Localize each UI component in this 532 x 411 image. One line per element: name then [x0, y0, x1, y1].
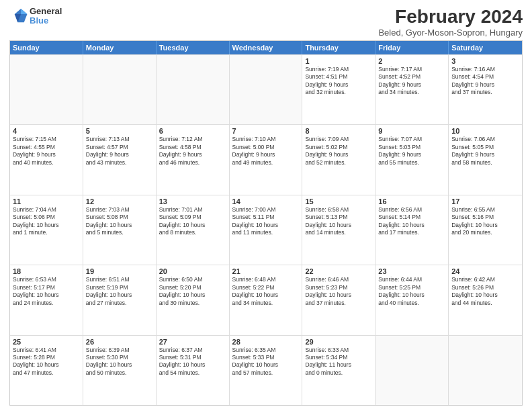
day-number: 24 [451, 267, 519, 275]
day-number: 21 [232, 267, 300, 275]
day-number: 18 [13, 267, 80, 275]
page: General Blue February 2024 Beled, Gyor-M… [0, 0, 532, 411]
logo-line2: Blue [30, 16, 62, 26]
cell-info: Sunrise: 6:41 AM Sunset: 5:28 PM Dayligh… [13, 347, 80, 377]
day-number: 22 [305, 267, 372, 275]
cell-info: Sunrise: 6:50 AM Sunset: 5:20 PM Dayligh… [159, 276, 226, 307]
cell-info: Sunrise: 7:10 AM Sunset: 5:00 PM Dayligh… [232, 136, 300, 167]
calendar-cell: 12Sunrise: 7:03 AM Sunset: 5:08 PM Dayli… [83, 195, 157, 265]
calendar-cell [375, 336, 449, 405]
day-number: 1 [305, 57, 372, 65]
day-number: 4 [13, 127, 80, 135]
cell-info: Sunrise: 7:07 AM Sunset: 5:03 PM Dayligh… [378, 136, 445, 167]
day-of-week-header: Sunday [10, 41, 83, 54]
calendar-cell: 19Sunrise: 6:51 AM Sunset: 5:19 PM Dayli… [83, 265, 157, 334]
calendar-row: 11Sunrise: 7:04 AM Sunset: 5:06 PM Dayli… [10, 195, 522, 265]
calendar-row: 1Sunrise: 7:19 AM Sunset: 4:51 PM Daylig… [10, 54, 522, 124]
day-number: 17 [451, 197, 519, 205]
calendar-cell: 24Sunrise: 6:42 AM Sunset: 5:26 PM Dayli… [449, 265, 522, 334]
calendar-cell: 27Sunrise: 6:37 AM Sunset: 5:31 PM Dayli… [157, 336, 230, 405]
header: General Blue February 2024 Beled, Gyor-M… [9, 7, 523, 38]
day-of-week-header: Saturday [449, 41, 522, 54]
day-number: 28 [232, 338, 300, 346]
cell-info: Sunrise: 6:42 AM Sunset: 5:26 PM Dayligh… [451, 276, 519, 307]
cell-info: Sunrise: 7:12 AM Sunset: 4:58 PM Dayligh… [159, 136, 226, 167]
day-number: 9 [378, 127, 445, 135]
day-number: 26 [86, 338, 153, 346]
calendar-cell: 13Sunrise: 7:01 AM Sunset: 5:09 PM Dayli… [157, 195, 230, 265]
cell-info: Sunrise: 6:46 AM Sunset: 5:23 PM Dayligh… [305, 276, 372, 307]
cell-info: Sunrise: 6:56 AM Sunset: 5:14 PM Dayligh… [378, 206, 445, 237]
cell-info: Sunrise: 6:35 AM Sunset: 5:33 PM Dayligh… [232, 347, 300, 377]
calendar-body: 1Sunrise: 7:19 AM Sunset: 4:51 PM Daylig… [10, 54, 522, 405]
day-number: 8 [305, 127, 372, 135]
day-number: 13 [159, 197, 226, 205]
calendar-cell: 22Sunrise: 6:46 AM Sunset: 5:23 PM Dayli… [302, 265, 375, 334]
calendar-cell: 23Sunrise: 6:44 AM Sunset: 5:25 PM Dayli… [375, 265, 449, 334]
calendar-cell: 6Sunrise: 7:12 AM Sunset: 4:58 PM Daylig… [157, 125, 230, 194]
logo-line1: General [30, 7, 62, 16]
calendar-cell [10, 55, 83, 124]
calendar-cell: 18Sunrise: 6:53 AM Sunset: 5:17 PM Dayli… [10, 265, 83, 334]
cell-info: Sunrise: 6:51 AM Sunset: 5:19 PM Dayligh… [86, 276, 153, 307]
calendar-cell [449, 336, 522, 405]
calendar-cell [230, 55, 303, 124]
calendar-cell: 21Sunrise: 6:48 AM Sunset: 5:22 PM Dayli… [230, 265, 303, 334]
cell-info: Sunrise: 6:48 AM Sunset: 5:22 PM Dayligh… [232, 276, 300, 307]
calendar-cell: 25Sunrise: 6:41 AM Sunset: 5:28 PM Dayli… [10, 336, 83, 405]
subtitle: Beled, Gyor-Moson-Sopron, Hungary [378, 28, 523, 38]
cell-info: Sunrise: 7:03 AM Sunset: 5:08 PM Dayligh… [86, 206, 153, 237]
day-number: 6 [159, 127, 226, 135]
calendar-cell: 8Sunrise: 7:09 AM Sunset: 5:02 PM Daylig… [302, 125, 375, 194]
day-number: 29 [305, 338, 372, 346]
day-number: 5 [86, 127, 153, 135]
cell-info: Sunrise: 6:53 AM Sunset: 5:17 PM Dayligh… [13, 276, 80, 307]
calendar-cell: 15Sunrise: 6:58 AM Sunset: 5:13 PM Dayli… [302, 195, 375, 265]
calendar-header: SundayMondayTuesdayWednesdayThursdayFrid… [10, 41, 522, 54]
calendar-row: 25Sunrise: 6:41 AM Sunset: 5:28 PM Dayli… [10, 335, 522, 405]
cell-info: Sunrise: 6:44 AM Sunset: 5:25 PM Dayligh… [378, 276, 445, 307]
cell-info: Sunrise: 7:19 AM Sunset: 4:51 PM Dayligh… [305, 66, 372, 97]
title-section: February 2024 Beled, Gyor-Moson-Sopron, … [378, 7, 523, 38]
calendar-cell: 17Sunrise: 6:55 AM Sunset: 5:16 PM Dayli… [449, 195, 522, 265]
cell-info: Sunrise: 6:33 AM Sunset: 5:34 PM Dayligh… [305, 347, 372, 377]
cell-info: Sunrise: 7:04 AM Sunset: 5:06 PM Dayligh… [13, 206, 80, 237]
calendar-cell: 10Sunrise: 7:06 AM Sunset: 5:05 PM Dayli… [449, 125, 522, 194]
cell-info: Sunrise: 7:01 AM Sunset: 5:09 PM Dayligh… [159, 206, 226, 237]
calendar-cell: 1Sunrise: 7:19 AM Sunset: 4:51 PM Daylig… [302, 55, 375, 124]
cell-info: Sunrise: 7:16 AM Sunset: 4:54 PM Dayligh… [451, 66, 519, 97]
cell-info: Sunrise: 7:09 AM Sunset: 5:02 PM Dayligh… [305, 136, 372, 167]
day-number: 25 [13, 338, 80, 346]
day-number: 14 [232, 197, 300, 205]
cell-info: Sunrise: 6:37 AM Sunset: 5:31 PM Dayligh… [159, 347, 226, 377]
day-number: 23 [378, 267, 445, 275]
calendar-cell: 11Sunrise: 7:04 AM Sunset: 5:06 PM Dayli… [10, 195, 83, 265]
cell-info: Sunrise: 6:55 AM Sunset: 5:16 PM Dayligh… [451, 206, 519, 237]
calendar-cell: 16Sunrise: 6:56 AM Sunset: 5:14 PM Dayli… [375, 195, 449, 265]
calendar-cell [157, 55, 230, 124]
calendar-row: 18Sunrise: 6:53 AM Sunset: 5:17 PM Dayli… [10, 265, 522, 334]
logo-text: General Blue [30, 7, 62, 26]
calendar: SundayMondayTuesdayWednesdayThursdayFrid… [9, 40, 523, 406]
calendar-cell: 20Sunrise: 6:50 AM Sunset: 5:20 PM Dayli… [157, 265, 230, 334]
day-number: 2 [378, 57, 445, 65]
day-number: 19 [86, 267, 153, 275]
day-number: 15 [305, 197, 372, 205]
cell-info: Sunrise: 6:58 AM Sunset: 5:13 PM Dayligh… [305, 206, 372, 237]
cell-info: Sunrise: 7:06 AM Sunset: 5:05 PM Dayligh… [451, 136, 519, 167]
day-number: 3 [451, 57, 519, 65]
calendar-row: 4Sunrise: 7:15 AM Sunset: 4:55 PM Daylig… [10, 124, 522, 194]
cell-info: Sunrise: 7:17 AM Sunset: 4:52 PM Dayligh… [378, 66, 445, 97]
calendar-cell: 9Sunrise: 7:07 AM Sunset: 5:03 PM Daylig… [375, 125, 449, 194]
calendar-cell: 14Sunrise: 7:00 AM Sunset: 5:11 PM Dayli… [230, 195, 303, 265]
svg-marker-1 [21, 9, 27, 14]
day-of-week-header: Monday [83, 41, 157, 54]
cell-info: Sunrise: 6:39 AM Sunset: 5:30 PM Dayligh… [86, 347, 153, 377]
day-number: 16 [378, 197, 445, 205]
calendar-cell: 5Sunrise: 7:13 AM Sunset: 4:57 PM Daylig… [83, 125, 157, 194]
calendar-cell: 29Sunrise: 6:33 AM Sunset: 5:34 PM Dayli… [302, 336, 375, 405]
day-of-week-header: Friday [375, 41, 449, 54]
calendar-cell: 3Sunrise: 7:16 AM Sunset: 4:54 PM Daylig… [449, 55, 522, 124]
day-number: 7 [232, 127, 300, 135]
cell-info: Sunrise: 7:00 AM Sunset: 5:11 PM Dayligh… [232, 206, 300, 237]
